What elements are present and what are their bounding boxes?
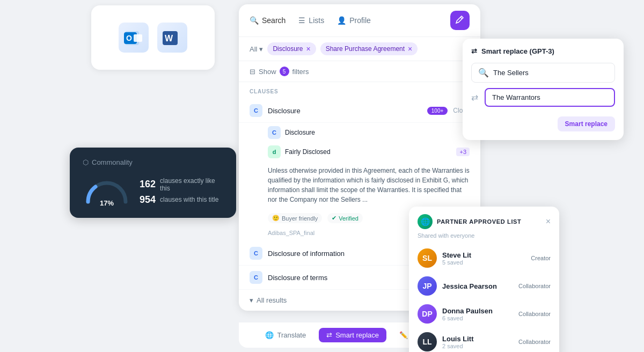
smart-replace-button[interactable]: ⇄ Smart replace bbox=[319, 328, 386, 342]
show-filters-button[interactable]: ⊟ Show 5 filters bbox=[250, 67, 309, 76]
office-apps-card: O W bbox=[91, 5, 215, 70]
profile-icon: 👤 bbox=[337, 16, 346, 25]
replace-icon: ⇄ bbox=[471, 92, 478, 102]
clause-row-disclosure[interactable]: C Disclosure 100+ Close bbox=[239, 99, 480, 123]
svg-text:W: W bbox=[165, 34, 173, 43]
partner-info-donna-paulsen: Donna Paulsen 6 saved bbox=[442, 307, 513, 321]
profile-tab[interactable]: 👤 Profile bbox=[337, 14, 371, 27]
clause-sub-icon-c: C bbox=[268, 126, 281, 139]
filter-tag-disclosure[interactable]: Disclosure × bbox=[267, 42, 316, 55]
filter-all-dropdown[interactable]: All ▾ bbox=[250, 45, 263, 53]
partner-role-donna-paulsen: Collaborator bbox=[518, 311, 551, 317]
panel-header: 🔍 Search ☰ Lists 👤 Profile bbox=[239, 4, 480, 37]
partner-saved-steve-lit: 5 saved bbox=[442, 259, 525, 266]
search-icon: 🔍 bbox=[250, 16, 259, 25]
avatar-louis-litt: LL bbox=[418, 332, 437, 351]
clause-sub-icon-d: d bbox=[268, 145, 281, 158]
partner-title: PARTNER APPROVED LIST bbox=[437, 218, 521, 225]
remove-spa-filter[interactable]: × bbox=[408, 45, 412, 53]
partner-role-louis-litt: Collaborator bbox=[518, 339, 551, 345]
partner-approved-list-popup: 🌐 PARTNER APPROVED LIST × Shared with ev… bbox=[409, 207, 559, 352]
partner-role-jessica-pearson: Collaborator bbox=[518, 283, 551, 289]
pencil-icon: ✏️ bbox=[399, 331, 408, 339]
partner-shared-label: Shared with everyone bbox=[409, 231, 559, 244]
lists-tab[interactable]: ☰ Lists bbox=[298, 14, 324, 27]
smart-replace-action-button[interactable]: Smart replace bbox=[558, 116, 615, 131]
svg-text:O: O bbox=[126, 34, 132, 42]
commonality-gauge: 17% bbox=[83, 175, 131, 207]
partner-saved-donna-paulsen: 6 saved bbox=[442, 315, 513, 321]
popup-title: ⇄ Smart replace (GPT-3) bbox=[471, 47, 615, 55]
partner-role-steve-lit: Creator bbox=[531, 255, 551, 261]
partner-popup-header: 🌐 PARTNER APPROVED LIST × bbox=[409, 207, 559, 231]
search-tab[interactable]: 🔍 Search bbox=[250, 14, 286, 27]
word-icon: W bbox=[157, 23, 187, 53]
clause-sub-fairly-disclosed[interactable]: d Fairly Disclosed +3 bbox=[239, 142, 480, 162]
list-icon: ☰ bbox=[298, 16, 305, 25]
translate-icon: 🌐 bbox=[265, 331, 274, 339]
partner-close-button[interactable]: × bbox=[546, 217, 551, 226]
replace-field: ⇄ bbox=[471, 88, 615, 112]
partner-name-louis-litt: Louis Litt bbox=[442, 335, 513, 343]
clause-icon-c3: C bbox=[250, 271, 262, 284]
partner-item-steve-lit[interactable]: SL Steve Lit 5 saved Creator bbox=[413, 244, 555, 272]
plus-badge: +3 bbox=[456, 148, 470, 156]
partner-item-louis-litt[interactable]: LL Louis Litt 2 saved Collaborator bbox=[413, 328, 555, 352]
partner-name-donna-paulsen: Donna Paulsen bbox=[442, 307, 513, 315]
smart-replace-popup-icon: ⇄ bbox=[471, 47, 477, 55]
smart-replace-popup: ⇄ Smart replace (GPT-3) 🔍 ⇄ Smart replac… bbox=[463, 39, 624, 140]
svg-rect-3 bbox=[134, 34, 142, 42]
avatar-jessica-pearson: JP bbox=[418, 276, 437, 296]
replace-input[interactable] bbox=[485, 88, 615, 107]
check-icon: ✔ bbox=[332, 215, 336, 222]
filters-row: All ▾ Disclosure × Share Purchase Agreem… bbox=[239, 37, 480, 61]
chevron-down-icon-results: ▾ bbox=[250, 296, 253, 304]
filter-icon: ⊟ bbox=[250, 68, 255, 76]
verified-tag: ✔ Verified bbox=[327, 213, 363, 223]
buyer-friendly-tag: 🙂 Buyer friendly bbox=[268, 213, 322, 223]
avatar-steve-lit: SL bbox=[418, 248, 437, 268]
chevron-down-icon: ▾ bbox=[259, 45, 263, 53]
globe-icon: 🌐 bbox=[418, 214, 433, 229]
clause-text: Unless otherwise provided in this Agreem… bbox=[239, 162, 480, 209]
translate-button[interactable]: 🌐 Translate bbox=[259, 328, 312, 342]
clause-icon-c2: C bbox=[250, 247, 262, 260]
smiley-icon: 🙂 bbox=[272, 215, 280, 222]
search-field: 🔍 bbox=[471, 63, 615, 83]
partner-list: SL Steve Lit 5 saved Creator JP Jessica … bbox=[409, 244, 559, 352]
commonality-stats: 162 clauses exactly like this 954 clause… bbox=[140, 177, 223, 206]
avatar-donna-paulsen: DP bbox=[418, 304, 437, 324]
clause-badge: 100+ bbox=[427, 107, 448, 115]
partner-info-jessica-pearson: Jessica Pearson bbox=[442, 282, 513, 290]
outlook-icon: O bbox=[119, 23, 149, 53]
filter-count-badge: 5 bbox=[280, 67, 289, 76]
partner-title-row: 🌐 PARTNER APPROVED LIST bbox=[418, 214, 521, 229]
filter-tag-spa[interactable]: Share Purchase Agreement × bbox=[320, 42, 418, 55]
remove-disclosure-filter[interactable]: × bbox=[306, 45, 310, 53]
partner-name-steve-lit: Steve Lit bbox=[442, 251, 525, 259]
partner-item-jessica-pearson[interactable]: JP Jessica Pearson Collaborator bbox=[413, 272, 555, 300]
search-input[interactable] bbox=[493, 69, 608, 77]
search-field-icon: 🔍 bbox=[478, 68, 489, 78]
edit-button[interactable] bbox=[450, 11, 470, 30]
partner-name-jessica-pearson: Jessica Pearson bbox=[442, 282, 513, 290]
partner-item-donna-paulsen[interactable]: DP Donna Paulsen 6 saved Collaborator bbox=[413, 300, 555, 328]
clause-sub-disclosure[interactable]: C Disclosure bbox=[239, 123, 480, 142]
smart-replace-btn-row: Smart replace bbox=[471, 116, 615, 131]
commonality-card: ⬡ Commonality 17% 162 clauses exactly li… bbox=[70, 148, 236, 218]
commonality-title: ⬡ Commonality bbox=[83, 158, 223, 166]
partner-info-steve-lit: Steve Lit 5 saved bbox=[442, 251, 525, 266]
clause-icon-c: C bbox=[250, 104, 262, 117]
partner-saved-louis-litt: 2 saved bbox=[442, 343, 513, 349]
show-filters-row: ⊟ Show 5 filters bbox=[239, 61, 480, 82]
smart-replace-icon: ⇄ bbox=[326, 331, 332, 339]
clauses-label: CLAUSES bbox=[239, 82, 480, 99]
gauge-percentage: 17% bbox=[100, 199, 114, 207]
partner-info-louis-litt: Louis Litt 2 saved bbox=[442, 335, 513, 349]
